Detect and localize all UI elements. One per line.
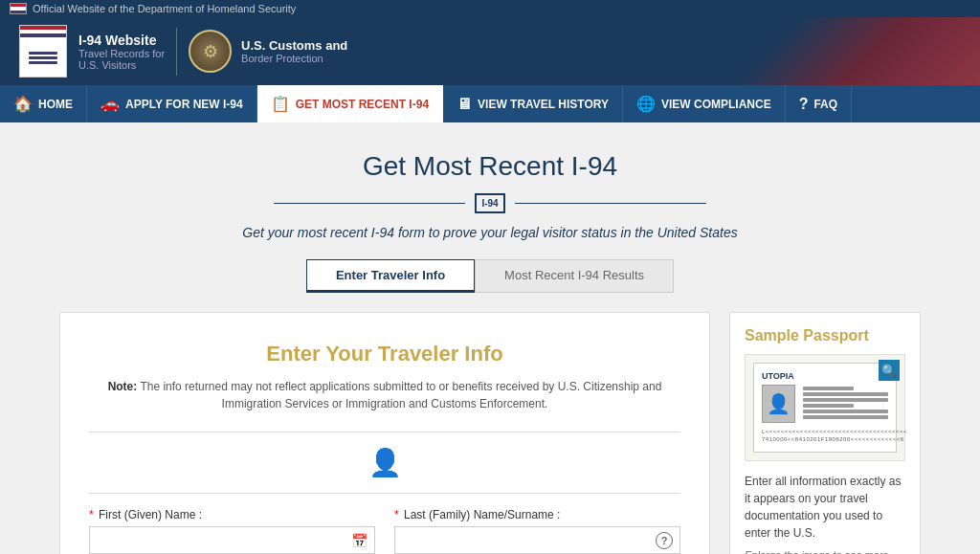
header: I-94 Website Travel Records for U.S. Vis… [0,17,980,85]
logo-document-icon [19,25,67,78]
nav-history[interactable]: 🖥 VIEW TRAVEL HISTORY [443,85,623,122]
i94-icon: I-94 [475,193,504,213]
document-icon: 📋 [271,95,290,113]
title-divider: I-94 [19,193,961,213]
last-name-input-wrapper: ? [394,526,680,554]
sidebar: Sample Passport UTOPIA 👤 [729,312,921,554]
cbp-logo: ⚙ U.S. Customs and Border Protection [189,30,347,73]
first-name-input-wrapper: 📅 [89,526,375,554]
first-name-label: * First (Given) Name : [89,508,375,521]
calendar-icon: 📅 [351,533,368,548]
sidebar-desc-small: Enlarge the image to see more detail. [745,549,905,554]
cbp-subtitle: Border Protection [241,53,347,64]
site-logo: I-94 Website Travel Records for U.S. Vis… [19,25,347,78]
nav-compliance-label: VIEW COMPLIANCE [661,98,771,111]
site-title: I-94 Website [78,33,165,48]
passport-fields [803,385,888,423]
passport-field-line [803,387,854,390]
nav-compliance[interactable]: 🌐 VIEW COMPLIANCE [623,85,786,122]
help-icon[interactable]: ? [656,532,673,549]
site-subtitle2: U.S. Visitors [78,59,165,71]
top-bar: Official Website of the Department of Ho… [0,0,980,17]
passport-content: 👤 [762,385,888,423]
tab-enter-info-label: Enter Traveler Info [336,268,445,282]
top-bar-text: Official Website of the Department of Ho… [33,3,296,14]
passport-field-line [803,410,888,413]
form-title: Enter Your Traveler Info [89,342,680,366]
doc-line [29,52,57,55]
monitor-icon: 🖥 [457,96,472,113]
note-label: Note: [108,380,138,393]
nav-recent[interactable]: 📋 GET MOST RECENT I-94 [257,85,443,122]
home-icon: 🏠 [13,95,33,113]
passport-mrz: L<<<<<<<<<<<<<<<<<<<<<<<<<<<<<<<<<<<<< 7… [762,429,888,444]
cbp-title: U.S. Customs and [241,38,347,53]
passport-header: UTOPIA [762,371,888,381]
passport-field-line [803,404,854,408]
required-star: * [89,508,94,521]
first-name-input[interactable] [89,526,375,554]
form-note: Note: The info returned may not reflect … [89,378,680,412]
passport-field-line [803,392,888,396]
page-subtitle: Get your most recent I-94 form to prove … [19,225,961,240]
form-card: Enter Your Traveler Info Note: The info … [59,312,710,554]
nav-apply[interactable]: 🚗 APPLY FOR NEW I-94 [87,85,257,122]
flag-icon [10,3,27,14]
nav-home[interactable]: 🏠 HOME [0,85,87,122]
last-name-input[interactable] [394,526,680,554]
form-divider-2 [89,493,680,494]
tab-enter-info[interactable]: Enter Traveler Info [306,259,475,293]
car-icon: 🚗 [100,95,120,113]
passport-inner: UTOPIA 👤 [753,363,897,453]
first-name-label-text: First (Given) Name : [99,508,202,521]
sidebar-title: Sample Passport [745,327,905,344]
nav-home-label: HOME [38,98,73,111]
person-icon: 👤 [89,447,680,478]
page-title-section: Get Most Recent I-94 I-94 Get your most … [19,151,961,240]
form-divider [89,432,680,432]
tab-bar: Enter Traveler Info Most Recent I-94 Res… [19,259,961,293]
mrz-line1: L<<<<<<<<<<<<<<<<<<<<<<<<<<<<<<<<<<<<< [762,429,888,436]
page-title: Get Most Recent I-94 [19,151,961,182]
cbp-text: U.S. Customs and Border Protection [241,38,347,64]
sidebar-desc: Enter all information exactly as it appe… [745,473,905,542]
passport-field-line [803,398,888,402]
passport-photo: 👤 [762,385,795,423]
sidebar-card: Sample Passport UTOPIA 👤 [729,312,921,554]
doc-line [29,61,57,64]
name-row: * First (Given) Name : 📅 * Last (Family)… [89,508,680,554]
logo-divider [176,28,177,76]
site-subtitle1: Travel Records for [78,48,165,59]
passport-image: UTOPIA 👤 [745,354,905,461]
last-name-label-text: Last (Family) Name/Surname : [404,508,560,521]
nav-faq[interactable]: ? FAQ [786,85,852,122]
doc-lines [29,50,57,66]
question-icon: ? [799,96,809,113]
note-text: The info returned may not reflect applic… [140,380,661,410]
nav-faq-label: FAQ [813,98,837,111]
doc-flag [20,26,66,37]
enlarge-button[interactable]: 🔍 [879,360,900,381]
nav-recent-label: GET MOST RECENT I-94 [296,98,429,111]
main-nav: 🏠 HOME 🚗 APPLY FOR NEW I-94 📋 GET MOST R… [0,85,980,122]
tab-results[interactable]: Most Recent I-94 Results [475,259,674,293]
globe-icon: 🌐 [636,95,656,113]
last-name-label: * Last (Family) Name/Surname : [394,508,680,521]
divider-line-left [274,203,465,204]
nav-history-label: VIEW TRAVEL HISTORY [478,98,609,111]
logo-text: I-94 Website Travel Records for U.S. Vis… [78,33,165,71]
nav-apply-label: APPLY FOR NEW I-94 [125,98,243,111]
divider-line-right [515,203,706,204]
first-name-group: * First (Given) Name : 📅 [89,508,375,554]
main-layout: Enter Your Traveler Info Note: The info … [59,312,921,554]
mrz-line2: 7410000<<8410201F1906200<<<<<<<<<<<<<6 [762,436,888,444]
cbp-seal-icon: ⚙ [189,30,232,73]
tab-results-label: Most Recent I-94 Results [504,268,644,282]
last-name-group: * Last (Family) Name/Surname : ? [394,508,680,554]
doc-line [29,56,57,59]
required-star-2: * [394,508,399,521]
passport-field-line [803,415,888,419]
page-content: Get Most Recent I-94 I-94 Get your most … [0,122,980,554]
